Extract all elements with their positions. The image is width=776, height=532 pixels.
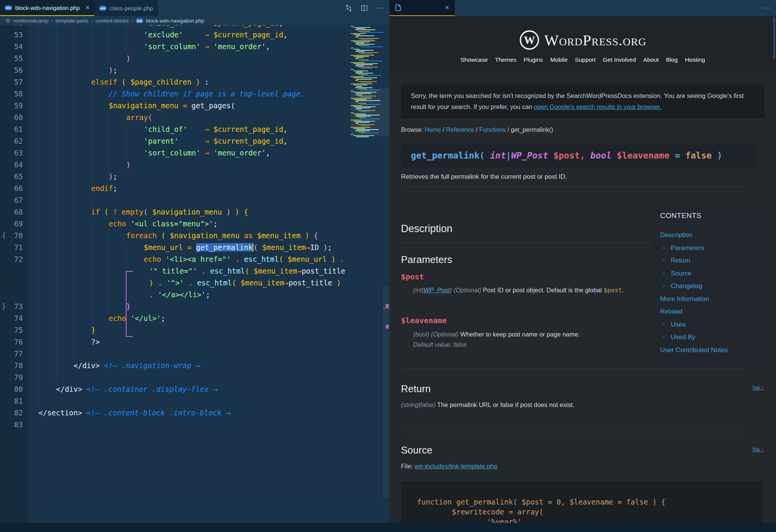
tab-bar-left: php block-wds-navigation.php ✕ php class…: [0, 0, 390, 16]
code-line[interactable]: 53'exclude' ⇒ $current_page_id,: [0, 29, 385, 41]
code-line[interactable]: 70{foreach ( $navigation_menu as $menu_i…: [0, 230, 385, 242]
overview-ruler-cursor-marker: [383, 308, 390, 309]
code-line[interactable]: 71$menu_url = get_permalink( $menu_item→…: [0, 242, 385, 253]
close-icon[interactable]: ✕: [85, 4, 90, 11]
contents-link-user-contributed-notes[interactable]: User Contributed Notes: [653, 344, 766, 357]
top-link[interactable]: Top ↑: [752, 385, 764, 391]
code-line[interactable]: 75}: [0, 324, 385, 336]
code-line[interactable]: 62'parent' ⇒ $current_page_id,: [0, 135, 385, 147]
code-line[interactable]: 74echo '</ul>';: [0, 312, 385, 324]
breadcrumb-item[interactable]: content-blocks: [96, 18, 129, 24]
code-line[interactable]: 68if ( ! empty( $navigation_menu ) ) {: [0, 206, 385, 218]
section-heading-parameters: Parameters: [401, 254, 452, 266]
code-line[interactable]: 69echo '<ul class="menu">';: [0, 218, 385, 230]
line-number: 65: [0, 171, 23, 183]
tab-class-people[interactable]: php class-people.php: [95, 0, 158, 16]
minimap-slider[interactable]: [351, 88, 390, 136]
code-line[interactable]: 78</div> <!— .navigation-wrap ⟶: [0, 360, 385, 372]
contents-link-parameters[interactable]: Parameters: [653, 242, 766, 255]
line-number: 78: [0, 360, 23, 372]
line-number: 61: [0, 123, 23, 135]
code-line[interactable]: 73}}: [0, 301, 385, 312]
wordpress-header: W WordPress.org ShowcaseThemesPluginsMob…: [390, 16, 776, 73]
contents-link-related[interactable]: Related: [653, 305, 766, 318]
code-line[interactable]: 82</section> <!— .content-block .intro-b…: [0, 407, 385, 419]
webview-scrollbar[interactable]: [773, 17, 775, 59]
wp-nav-plugins[interactable]: Plugins: [524, 56, 543, 63]
code-line[interactable]: 77: [0, 348, 385, 360]
code-line[interactable]: 80</div> <!— .container .display-flex ⟶: [0, 383, 385, 395]
wordpress-w-icon: W: [519, 30, 540, 50]
code-line[interactable]: 65);: [0, 171, 385, 183]
contents-link-used-by[interactable]: Used By: [653, 331, 766, 344]
code-line[interactable]: 60array(: [0, 112, 385, 123]
wp-nav-get-involved[interactable]: Get Involved: [603, 56, 636, 63]
code-line[interactable]: 66endif;: [0, 183, 385, 194]
section-heading-return: Return: [401, 383, 431, 395]
param-leavename-desc: (bool) (Optional) Whether to keep post n…: [413, 329, 642, 340]
code-line[interactable]: 61'child_of' ⇒ $current_page_id,: [0, 123, 385, 135]
section-heading-description: Description: [401, 223, 452, 235]
line-number: 80: [0, 383, 23, 395]
code-line[interactable]: ) . '">' . esc_html( $menu_item→post_tit…: [0, 277, 385, 289]
breadcrumb-item[interactable]: template-parts: [56, 18, 88, 24]
split-editor-icon[interactable]: [361, 5, 368, 11]
editor-scrollbar[interactable]: [383, 286, 390, 498]
line-number: 56: [0, 64, 23, 76]
php-file-icon: php: [136, 18, 143, 23]
php-file-icon: php: [99, 6, 107, 11]
wordpress-logo[interactable]: W WordPress.org: [390, 30, 776, 50]
line-number: 69: [0, 218, 23, 230]
line-number: 71: [0, 242, 23, 253]
code-line[interactable]: 55): [0, 53, 385, 64]
more-actions-icon[interactable]: ⋯: [376, 4, 383, 12]
code-line[interactable]: . '</a></li>';: [0, 289, 385, 301]
close-icon[interactable]: ✕: [444, 4, 449, 11]
wordpress-docs-webview: W WordPress.org ShowcaseThemesPluginsMob…: [390, 16, 776, 523]
contents-link-description[interactable]: Description: [653, 229, 766, 242]
code-line[interactable]: 57elseif ( $page_children ) :: [0, 76, 385, 88]
code-line[interactable]: 58// Show children if page is a top-leve…: [0, 88, 385, 100]
line-number: 58: [0, 88, 23, 100]
contents-link-more-information[interactable]: More Information: [653, 293, 766, 306]
breadcrumb-item[interactable]: block-wds-navigation.php: [146, 18, 204, 24]
line-number: 60: [0, 112, 23, 123]
code-editor[interactable]: 50$navigation_menu = get_pages(51array(5…: [0, 0, 390, 523]
breadcrumb-item[interactable]: rockbrookcamp: [13, 18, 48, 24]
line-number: 57: [0, 76, 23, 88]
line-number: 63: [0, 147, 23, 159]
code-line[interactable]: 83: [0, 419, 385, 431]
code-line[interactable]: 67: [0, 194, 385, 206]
divider: [401, 432, 746, 432]
contents-link-source[interactable]: Source: [653, 267, 766, 280]
code-line[interactable]: 54'sort_column' ⇒ 'menu_order',: [0, 41, 385, 53]
code-line[interactable]: 81: [0, 395, 385, 407]
top-link[interactable]: Top ↑: [752, 447, 764, 452]
section-heading-source: Source: [401, 444, 432, 456]
wp-nav-hosting[interactable]: Hosting: [685, 56, 705, 63]
editor-group-right: ✕ ⋯ W WordPress.org ShowcaseThemesPlugin…: [390, 0, 776, 523]
wp-nav-support[interactable]: Support: [575, 56, 595, 63]
contents-link-changelog[interactable]: Changelog: [653, 280, 766, 293]
wp-nav-mobile[interactable]: Mobile: [550, 56, 568, 63]
wp-nav-blog[interactable]: Blog: [666, 56, 678, 63]
overview-ruler-selection-marker: [386, 325, 389, 328]
code-line[interactable]: 63'sort_column' ⇒ 'menu_order',: [0, 147, 385, 159]
code-line[interactable]: 59$navigation_menu = get_pages(: [0, 100, 385, 112]
wp-nav-showcase[interactable]: Showcase: [460, 56, 488, 63]
code-line[interactable]: '" title="' . esc_html( $menu_item→post_…: [0, 265, 385, 277]
code-line[interactable]: 72echo '<li><a href="' . esc_html( $menu…: [0, 253, 385, 265]
contents-link-return[interactable]: Return: [653, 254, 766, 267]
tab-webview[interactable]: ✕: [390, 0, 455, 16]
compare-changes-icon[interactable]: [345, 4, 353, 12]
tab-block-wds-navigation[interactable]: php block-wds-navigation.php ✕: [0, 0, 95, 16]
code-line[interactable]: 64): [0, 159, 385, 171]
wp-nav-themes[interactable]: Themes: [495, 56, 516, 63]
more-actions-icon[interactable]: ⋯: [763, 4, 770, 12]
contents-link-uses[interactable]: Uses: [653, 318, 766, 331]
wp-nav-about[interactable]: About: [643, 56, 659, 63]
symbol-icon: [5, 18, 11, 23]
code-line[interactable]: 76?>: [0, 336, 385, 348]
code-line[interactable]: 56);: [0, 64, 385, 76]
code-line[interactable]: 79: [0, 372, 385, 383]
